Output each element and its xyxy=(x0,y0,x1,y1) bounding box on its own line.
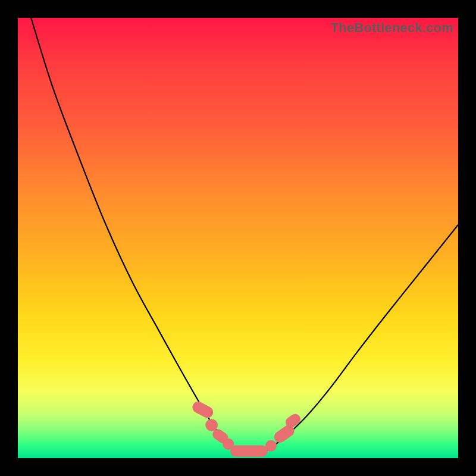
valley-markers xyxy=(190,399,303,456)
valley-marker-pill xyxy=(190,399,215,419)
chart-frame: TheBottleneck.com xyxy=(0,0,476,476)
valley-marker-dot xyxy=(265,440,277,452)
chart-svg xyxy=(18,18,458,458)
valley-marker-dot xyxy=(205,419,218,431)
valley-marker-pill xyxy=(230,446,268,457)
chart-plot-area: TheBottleneck.com xyxy=(18,18,458,458)
curve-left-branch xyxy=(31,18,238,452)
